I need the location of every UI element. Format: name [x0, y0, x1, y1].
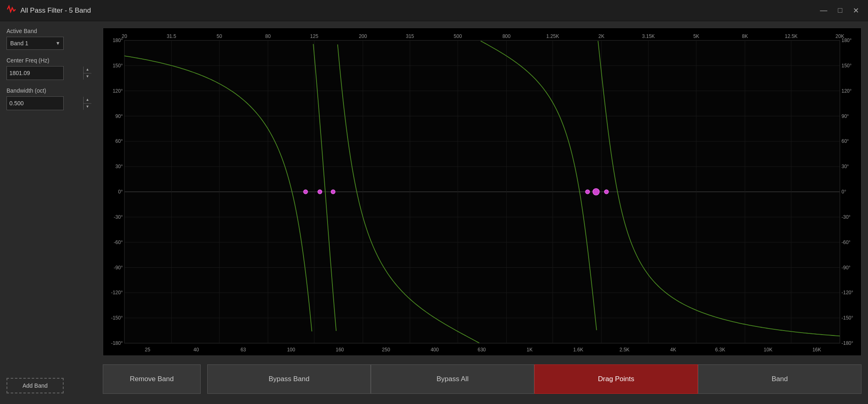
svg-text:250: 250: [382, 347, 390, 353]
svg-text:-180°: -180°: [111, 340, 123, 346]
svg-text:10K: 10K: [764, 347, 772, 353]
svg-text:90°: 90°: [841, 113, 849, 119]
svg-text:-30°: -30°: [841, 214, 850, 220]
svg-text:100: 100: [287, 347, 295, 353]
svg-text:2K: 2K: [598, 33, 604, 39]
svg-point-88: [303, 190, 308, 194]
svg-text:8K: 8K: [742, 33, 748, 39]
center-freq-down-button[interactable]: ▼: [84, 73, 91, 80]
svg-text:60°: 60°: [841, 138, 849, 144]
svg-text:400: 400: [431, 347, 439, 353]
svg-text:-90°: -90°: [841, 265, 850, 271]
chart-display: 180°180°150°150°120°120°90°90°60°60°30°3…: [103, 28, 861, 355]
svg-text:20K: 20K: [835, 33, 844, 39]
svg-text:3.15K: 3.15K: [642, 33, 655, 39]
svg-text:25: 25: [145, 347, 151, 353]
svg-text:120°: 120°: [113, 88, 123, 94]
bypass-all-button[interactable]: Bypass All: [371, 364, 534, 394]
svg-text:30°: 30°: [841, 164, 849, 169]
svg-point-91: [585, 190, 589, 194]
svg-text:12.5K: 12.5K: [785, 33, 797, 39]
svg-point-92: [593, 189, 599, 195]
svg-text:-120°: -120°: [841, 290, 853, 295]
center-freq-spinbox-btns: ▲ ▼: [83, 67, 91, 80]
center-freq-label: Center Freq (Hz): [7, 57, 96, 64]
right-area: 180°180°150°150°120°120°90°90°60°60°30°3…: [103, 28, 861, 397]
active-band-dropdown-wrapper: Band 1 Band 2 Band 3 Band 4 Band 5 ▼: [7, 37, 64, 50]
svg-text:150°: 150°: [841, 63, 852, 69]
bandwidth-input[interactable]: [7, 97, 83, 110]
svg-text:2.5K: 2.5K: [620, 347, 630, 353]
drag-points-button[interactable]: Drag Points: [534, 364, 698, 394]
svg-text:6.3K: 6.3K: [715, 347, 725, 353]
svg-text:60°: 60°: [115, 138, 123, 144]
svg-text:200: 200: [359, 33, 367, 39]
band-button[interactable]: Band: [698, 364, 861, 394]
window-title: All Pass Filter - 5 Band: [20, 7, 91, 15]
svg-text:4K: 4K: [670, 347, 676, 353]
svg-text:150°: 150°: [113, 63, 123, 69]
center-freq-input[interactable]: [7, 67, 83, 80]
svg-text:30°: 30°: [115, 164, 123, 169]
center-freq-spinbox: ▲ ▼: [7, 66, 64, 80]
svg-text:-60°: -60°: [841, 240, 850, 245]
svg-text:120°: 120°: [841, 88, 852, 94]
svg-text:90°: 90°: [115, 113, 123, 119]
svg-text:-120°: -120°: [111, 290, 123, 295]
center-freq-group: Center Freq (Hz) ▲ ▼: [7, 57, 96, 80]
active-band-label: Active Band: [7, 28, 96, 34]
svg-text:0°: 0°: [118, 189, 123, 195]
svg-text:80: 80: [265, 33, 271, 39]
window-controls: — □ ✕: [817, 5, 861, 16]
svg-text:63: 63: [241, 347, 246, 353]
svg-text:800: 800: [503, 33, 511, 39]
svg-text:160: 160: [336, 347, 344, 353]
svg-point-90: [331, 190, 335, 194]
svg-text:500: 500: [454, 33, 462, 39]
svg-text:-150°: -150°: [111, 315, 123, 321]
active-band-select[interactable]: Band 1 Band 2 Band 3 Band 4 Band 5: [7, 37, 64, 50]
svg-text:1.6K: 1.6K: [573, 347, 583, 353]
svg-text:630: 630: [478, 347, 486, 353]
svg-text:-60°: -60°: [114, 240, 123, 245]
svg-text:31.5: 31.5: [167, 33, 177, 39]
center-freq-up-button[interactable]: ▲: [84, 67, 91, 73]
svg-text:1.25K: 1.25K: [546, 33, 559, 39]
bandwidth-spinbox: ▲ ▼: [7, 96, 64, 110]
bandwidth-up-button[interactable]: ▲: [84, 97, 91, 104]
close-button[interactable]: ✕: [850, 5, 861, 16]
bandwidth-label: Bandwidth (oct): [7, 87, 96, 94]
svg-text:20: 20: [122, 33, 127, 39]
bypass-band-button[interactable]: Bypass Band: [207, 364, 371, 394]
svg-text:1K: 1K: [527, 347, 533, 353]
bottom-buttons: Remove Band Bypass Band Bypass All Drag …: [103, 361, 861, 397]
bandwidth-down-button[interactable]: ▼: [84, 104, 91, 110]
svg-text:0°: 0°: [841, 189, 846, 195]
svg-text:-30°: -30°: [114, 214, 123, 220]
main-layout: Active Band Band 1 Band 2 Band 3 Band 4 …: [0, 21, 868, 404]
svg-text:-180°: -180°: [841, 340, 853, 346]
bandwidth-spinbox-btns: ▲ ▼: [83, 97, 91, 110]
left-panel: Active Band Band 1 Band 2 Band 3 Band 4 …: [7, 28, 96, 397]
svg-text:5K: 5K: [693, 33, 700, 39]
remove-band-button[interactable]: Remove Band: [103, 364, 201, 394]
svg-text:315: 315: [406, 33, 414, 39]
bandwidth-group: Bandwidth (oct) ▲ ▼: [7, 87, 96, 110]
minimize-button[interactable]: —: [817, 5, 830, 16]
chart-container[interactable]: 180°180°150°150°120°120°90°90°60°60°30°3…: [103, 28, 861, 356]
svg-point-89: [318, 190, 322, 194]
svg-text:-150°: -150°: [841, 315, 853, 321]
maximize-button[interactable]: □: [835, 5, 845, 16]
svg-text:125: 125: [310, 33, 318, 39]
svg-text:16K: 16K: [813, 347, 821, 353]
app-icon: [7, 4, 16, 16]
title-bar: All Pass Filter - 5 Band — □ ✕: [0, 0, 868, 21]
active-band-group: Active Band Band 1 Band 2 Band 3 Band 4 …: [7, 28, 96, 50]
add-band-button[interactable]: Add Band: [7, 378, 64, 393]
svg-text:40: 40: [193, 347, 199, 353]
svg-text:50: 50: [217, 33, 222, 39]
svg-point-93: [604, 190, 609, 194]
svg-text:-90°: -90°: [114, 265, 123, 271]
